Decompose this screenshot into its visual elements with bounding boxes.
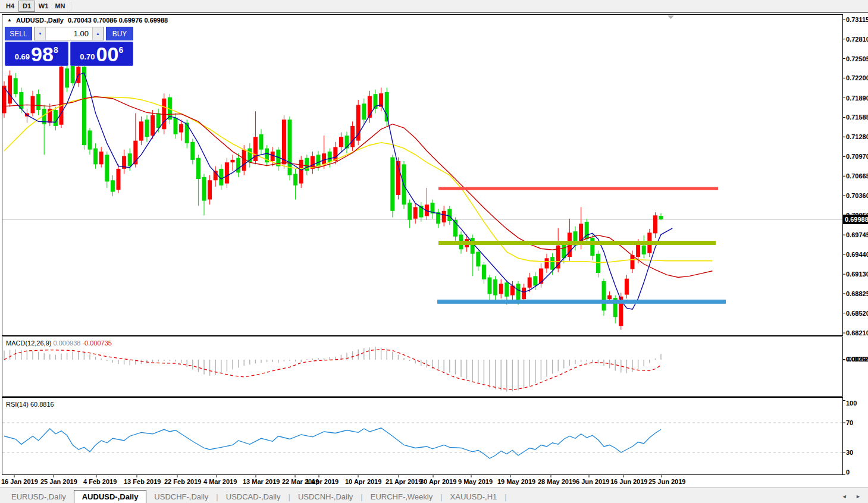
date-tick-label: 16 Jun 2019 bbox=[610, 478, 647, 485]
price-tick-label: 0.70970 bbox=[846, 153, 868, 160]
candle-body bbox=[533, 276, 537, 285]
timeframe-mn-button[interactable]: MN bbox=[52, 1, 68, 12]
price-tick-label: 0.72200 bbox=[846, 74, 868, 81]
buy-price-button[interactable]: 0.70 00 6 bbox=[70, 42, 134, 66]
buy-price-prefix: 0.70 bbox=[80, 52, 95, 61]
timeframe-w1-button[interactable]: W1 bbox=[35, 1, 52, 12]
collapse-triangle-icon[interactable]: ▲ bbox=[7, 18, 12, 23]
rsi-tick-label: 100 bbox=[846, 400, 857, 407]
chart-ohlc-values: 0.70043 0.70086 0.69976 0.69988 bbox=[68, 17, 168, 24]
date-tick-label: 21 Apr 2019 bbox=[386, 478, 422, 485]
candle-body bbox=[36, 94, 40, 110]
tab-scroll-left-icon[interactable]: ◄ bbox=[842, 493, 847, 499]
timeframe-d1-button[interactable]: D1 bbox=[18, 1, 35, 12]
tab-scroll-right-icon[interactable]: ► bbox=[856, 493, 861, 499]
date-tick-label: 30 Apr 2019 bbox=[420, 478, 456, 485]
date-tick-label: 10 Apr 2019 bbox=[345, 478, 381, 485]
candle-body bbox=[653, 215, 657, 233]
sell-price-prefix: 0.69 bbox=[15, 52, 30, 61]
price-tick-label: 0.70360 bbox=[846, 192, 868, 199]
date-axis: 16 Jan 201925 Jan 20194 Feb 201913 Feb 2… bbox=[1, 474, 685, 485]
candle-body bbox=[202, 177, 206, 201]
hline-support-blue[interactable] bbox=[437, 300, 726, 304]
price-tick-label: 0.68825 bbox=[846, 290, 868, 297]
volume-decrease-arrow-icon[interactable]: ▼ bbox=[35, 27, 46, 40]
candle-body bbox=[208, 180, 212, 199]
candle-body bbox=[105, 155, 109, 181]
date-tick-label: 4 Feb 2019 bbox=[83, 478, 117, 485]
price-tick-label: 0.72505 bbox=[846, 55, 868, 62]
candle-body bbox=[408, 203, 412, 220]
timeframe-h4-button[interactable]: H4 bbox=[2, 1, 18, 12]
price-tick-label: 0.68520 bbox=[846, 310, 868, 317]
candle-body bbox=[88, 130, 92, 149]
candle-body bbox=[14, 78, 18, 94]
volume-increase-arrow-icon[interactable]: ▲ bbox=[92, 27, 104, 40]
candle-body bbox=[545, 258, 549, 268]
buy-button[interactable]: BUY bbox=[106, 27, 133, 40]
mt4-window: H4 D1 W1 MN ▲ AUDUSD-,Daily 0.70043 0.70… bbox=[0, 0, 868, 503]
chart-title: ▲ AUDUSD-,Daily 0.70043 0.70086 0.69976 … bbox=[7, 17, 168, 24]
candle-body bbox=[162, 99, 166, 130]
sell-button[interactable]: SELL bbox=[5, 27, 32, 40]
tab-eurchf-weekly[interactable]: EURCHF-,Weekly bbox=[363, 491, 441, 503]
buy-price-big-digits: 00 bbox=[96, 42, 119, 65]
candle-body bbox=[236, 158, 240, 173]
macd-histogram bbox=[4, 347, 661, 391]
rsi-tick-label: 70 bbox=[846, 419, 853, 426]
date-tick-label: 13 Mar 2019 bbox=[243, 478, 280, 485]
candle-body bbox=[390, 158, 394, 211]
sell-price-button[interactable]: 0.69 98 8 bbox=[5, 42, 68, 66]
candle-body bbox=[636, 243, 640, 257]
volume-input[interactable] bbox=[46, 27, 92, 40]
chart-symbol-period: AUDUSD-,Daily bbox=[16, 17, 64, 24]
candle-body bbox=[179, 124, 183, 133]
tab-xauusd-h1[interactable]: XAUUSD-,H1 bbox=[443, 491, 505, 503]
candle-body bbox=[8, 76, 12, 103]
toolbar-separator bbox=[71, 2, 72, 11]
tab-usdchf-daily[interactable]: USDCHF-,Daily bbox=[146, 491, 216, 503]
candle-body bbox=[493, 279, 497, 295]
tab-eurusd-daily[interactable]: EURUSD-,Daily bbox=[4, 491, 74, 503]
rsi-indicator-label: RSI(14) 60.8816 bbox=[6, 401, 54, 408]
candle-body bbox=[225, 162, 229, 183]
sell-price-big-digits: 98 bbox=[31, 42, 54, 65]
candle-body bbox=[413, 207, 418, 218]
date-tick-label: 13 Feb 2019 bbox=[124, 478, 161, 485]
candle-body bbox=[19, 92, 23, 109]
candle-body bbox=[117, 169, 121, 190]
tab-usdcad-daily[interactable]: USDCAD-,Daily bbox=[218, 491, 289, 503]
hline-pivot-olive[interactable] bbox=[438, 241, 716, 245]
candle-body bbox=[350, 126, 355, 147]
candle-body bbox=[339, 137, 343, 147]
macd-signal-line bbox=[4, 350, 661, 390]
current-price-label: 0.69988 bbox=[845, 216, 868, 223]
candle-body bbox=[65, 68, 69, 87]
date-tick-label: 19 May 2019 bbox=[497, 478, 535, 485]
candle-body bbox=[128, 153, 132, 166]
candle-body bbox=[231, 160, 235, 162]
sell-price-pip-digit: 8 bbox=[54, 45, 58, 65]
tab-usdcnh-daily[interactable]: USDCNH-,Daily bbox=[290, 491, 361, 503]
date-tick-label: 1 Apr 2019 bbox=[306, 478, 339, 485]
candle-body bbox=[293, 174, 297, 185]
candle-body bbox=[145, 120, 149, 137]
timeframe-toolbar: H4 D1 W1 MN bbox=[0, 0, 868, 13]
trade-panel-price-row: 0.69 98 8 0.70 00 6 bbox=[5, 42, 133, 66]
rsi-axis: 10070300 bbox=[842, 400, 857, 476]
candle-body bbox=[442, 211, 446, 222]
candle-body bbox=[139, 121, 143, 140]
tab-audusd-daily[interactable]: AUDUSD-,Daily bbox=[74, 490, 147, 503]
rsi-tick-label: 0 bbox=[846, 469, 850, 476]
scroll-to-end-marker-icon[interactable] bbox=[668, 15, 674, 19]
tab-scroll-arrows: ◄ ► bbox=[835, 493, 861, 499]
candle-body bbox=[196, 158, 200, 179]
date-tick-label: 28 May 2019 bbox=[538, 478, 576, 485]
candle-body bbox=[482, 265, 486, 279]
candles-layer bbox=[2, 63, 663, 330]
candle-body bbox=[299, 160, 303, 184]
candle-body bbox=[156, 113, 161, 128]
chart-canvas[interactable]: 0.731150.728100.725050.722000.718900.715… bbox=[0, 0, 868, 503]
hline-resistance-red[interactable] bbox=[438, 187, 718, 190]
ma-fast-line bbox=[4, 73, 672, 310]
